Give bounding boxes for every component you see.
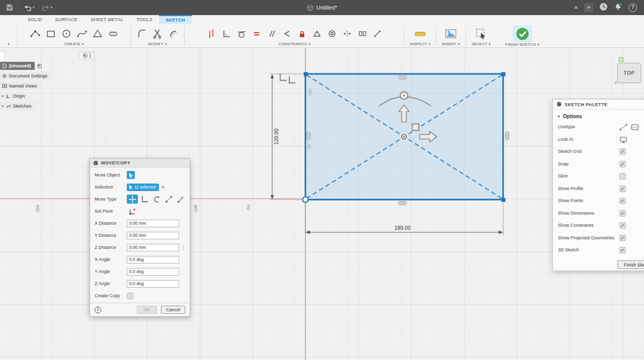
redo-button[interactable]: ▾ [40, 3, 55, 13]
corner-point[interactable] [502, 72, 506, 76]
browser-item-unsaved[interactable]: (Unsaved) [0, 62, 51, 70]
perpendicular-constraint-badge[interactable] [280, 73, 287, 80]
tab-solid[interactable]: SOLID [21, 15, 49, 24]
centerline-linetype-icon[interactable] [631, 124, 639, 131]
offset-tool-icon[interactable] [166, 26, 181, 41]
move-object-selector[interactable] [127, 171, 135, 179]
new-document-tab-button[interactable]: + [584, 3, 593, 12]
viewcube[interactable]: TOP [617, 63, 641, 83]
visibility-toggle-icon[interactable] [37, 64, 42, 68]
y-distance-input[interactable] [127, 232, 179, 239]
corner-point[interactable] [502, 198, 506, 202]
panel-grip-icon[interactable] [90, 53, 91, 58]
sketch-grid-checkbox[interactable]: ✓ [619, 148, 626, 155]
modify-menu[interactable]: MODIFY▾ [148, 42, 167, 47]
palette-fold-icon[interactable] [557, 102, 561, 107]
tangent-constraint-icon[interactable] [234, 27, 249, 40]
3d-sketch-checkbox[interactable]: ✓ [619, 247, 626, 253]
circle-tool-icon[interactable] [58, 26, 74, 41]
x-distance-input[interactable] [127, 220, 179, 227]
job-status-icon[interactable] [599, 3, 608, 13]
concentric-constraint-icon[interactable] [325, 27, 340, 40]
select-menu[interactable]: SELECT▾ [471, 42, 491, 47]
tab-sheet-metal[interactable]: SHEET METAL [84, 15, 130, 24]
inspect-menu[interactable]: INSPECT▾ [410, 42, 430, 47]
tab-surface[interactable]: SURFACE [49, 15, 85, 24]
finish-sketch-menu[interactable]: FINISH SKETCH▾ [505, 42, 539, 47]
overflow-dots-icon[interactable]: ⋮ [181, 245, 186, 250]
z-distance-input[interactable] [127, 244, 179, 251]
create-copy-checkbox[interactable]: ✓ [127, 293, 133, 299]
browser-item-sketches[interactable]: ▸ Sketches [0, 102, 51, 110]
vertical-constraint-icon[interactable] [204, 27, 219, 40]
move-type-point-to-point-icon[interactable] [163, 195, 174, 204]
move-type-rotate-icon[interactable] [151, 195, 162, 204]
constraints-menu[interactable]: CONSTRAINTS▾ [278, 42, 310, 47]
rectangular-pattern-icon[interactable] [355, 27, 370, 40]
show-points-checkbox[interactable]: ✓ [619, 198, 626, 204]
fix-constraint-icon[interactable] [294, 27, 309, 40]
height-dimension-value[interactable]: 120.00 [273, 129, 279, 145]
dialog-header[interactable]: MOVE/COPY [90, 159, 190, 167]
selection-chip[interactable]: 11 selected [127, 184, 159, 191]
parallel-constraint-icon[interactable] [264, 27, 279, 40]
edge-grip[interactable] [307, 132, 310, 140]
toolbar-anchor-caret-icon[interactable]: ▾ [8, 42, 10, 46]
midpoint-constraint-icon[interactable] [309, 27, 325, 40]
help-icon[interactable]: ? [628, 4, 637, 12]
document-tab[interactable]: Untitled* [307, 0, 338, 15]
collinear-constraint-icon[interactable] [279, 27, 294, 40]
undo-button[interactable]: ▾ [22, 3, 37, 13]
create-menu[interactable]: CREATE▾ [64, 42, 84, 47]
fillet-tool-icon[interactable] [134, 26, 150, 41]
expander-icon[interactable]: ▸ [2, 104, 4, 108]
show-dimensions-checkbox[interactable]: ✓ [619, 210, 626, 217]
finish-sketch-button[interactable]: Finish Sketch [617, 260, 644, 269]
undo-caret-icon[interactable]: ▾ [33, 6, 35, 10]
finish-sketch-icon[interactable] [513, 25, 532, 42]
look-at-icon[interactable] [619, 136, 627, 143]
show-projected-geometries-checkbox[interactable]: ✓ [619, 235, 626, 241]
edge-grip[interactable] [398, 202, 407, 205]
trim-tool-icon[interactable] [150, 26, 166, 41]
snap-checkbox[interactable]: ✓ [619, 161, 626, 167]
projected-geometry-icon[interactable] [370, 27, 385, 40]
measure-tool-icon[interactable] [413, 26, 428, 41]
palette-header[interactable]: SKETCH PALETTE [553, 100, 644, 110]
show-constraints-checkbox[interactable]: ✓ [619, 222, 626, 229]
edge-grip[interactable] [506, 132, 509, 140]
equal-constraint-icon[interactable] [249, 27, 264, 40]
display-settings-icon[interactable] [83, 53, 88, 58]
width-dimension-value[interactable]: 189.00 [394, 225, 411, 231]
symmetry-constraint-icon[interactable] [340, 27, 355, 40]
browser-grip[interactable] [78, 52, 95, 59]
move-type-translate-icon[interactable] [139, 195, 150, 204]
info-icon[interactable]: i [95, 307, 101, 313]
slot-tool-icon[interactable] [105, 26, 121, 41]
ok-button[interactable]: OK [137, 306, 157, 314]
construction-linetype-icon[interactable] [619, 124, 627, 131]
select-tool-icon[interactable] [473, 26, 489, 41]
options-section-toggle[interactable]: ▼ Options [553, 110, 644, 121]
save-button[interactable] [4, 3, 15, 13]
notifications-icon[interactable] [614, 3, 622, 13]
polygon-tool-icon[interactable] [90, 26, 105, 41]
plane-move-handle[interactable] [413, 124, 419, 131]
edge-grip[interactable] [398, 76, 407, 79]
expander-icon[interactable]: ▸ [2, 94, 4, 98]
show-profile-checkbox[interactable]: ✓ [619, 186, 626, 192]
y-angle-input[interactable] [127, 268, 179, 276]
move-type-free-move-icon[interactable] [127, 195, 138, 204]
redo-caret-icon[interactable]: ▾ [51, 6, 53, 10]
browser-item-named-views[interactable]: Named Views [0, 82, 51, 90]
perpendicular-constraint-icon[interactable] [219, 27, 234, 40]
insert-menu[interactable]: INSERT▾ [442, 42, 460, 47]
corner-point[interactable] [304, 72, 308, 76]
browser-item-origin[interactable]: ▸ Origin [0, 92, 51, 100]
z-angle-input[interactable] [127, 280, 179, 288]
move-type-point-to-position-icon[interactable] [175, 195, 186, 204]
browser-item-document-settings[interactable]: Document Settings [0, 72, 51, 80]
viewcube-face[interactable]: TOP [624, 70, 635, 76]
x-angle-input[interactable] [127, 256, 179, 263]
tab-tools[interactable]: TOOLS [130, 15, 159, 24]
